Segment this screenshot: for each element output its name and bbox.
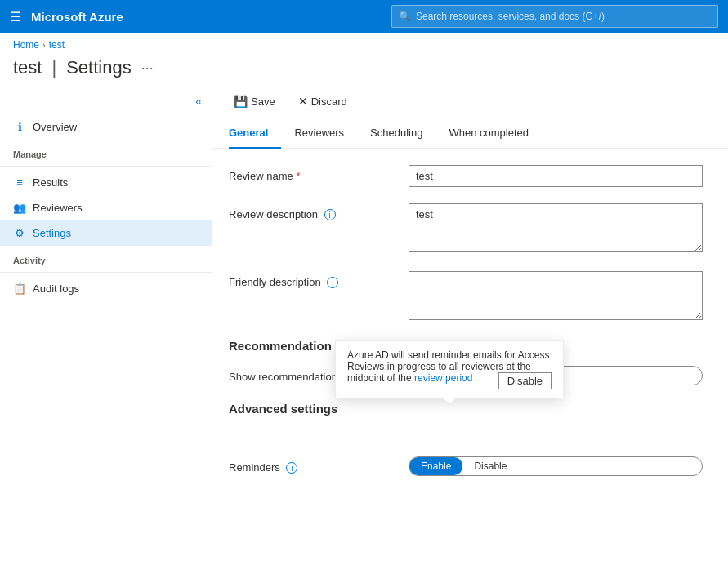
sidebar-section-activity: Activity [0,246,212,269]
friendly-description-input[interactable] [409,271,703,320]
breadcrumb-home[interactable]: Home [13,39,39,51]
reminders-section: Azure AD will send reminder emails for A… [229,456,712,476]
review-description-label: Review description i [229,203,392,220]
reminders-info-icon[interactable]: i [286,462,297,474]
friendly-description-info-icon[interactable]: i [327,277,338,288]
review-description-row: Review description i test [229,203,712,255]
discard-label: Discard [311,96,347,108]
save-button[interactable]: 💾 Save [229,91,280,111]
hamburger-menu-icon[interactable]: ☰ [10,9,21,24]
more-options-icon[interactable]: ··· [141,60,154,77]
breadcrumb: Home › test [0,33,728,54]
friendly-description-label: Friendly description i [229,271,392,288]
settings-gear-icon: ⚙ [13,227,26,239]
reminders-toggle: Enable Disable [409,456,703,476]
breadcrumb-current: test [49,39,65,51]
tooltip-link[interactable]: review period [414,372,472,384]
search-icon: 🔍 [399,11,411,22]
page-subtitle: Settings [66,57,132,78]
review-name-input[interactable] [409,165,703,187]
breadcrumb-separator-1: › [42,40,46,50]
reminders-label: Reminders i [229,456,392,474]
audit-logs-icon: 📋 [13,282,26,295]
friendly-description-input-wrapper [409,271,703,322]
collapse-icon[interactable]: « [195,95,202,108]
discard-button[interactable]: ✕ Discard [293,91,352,111]
review-name-row: Review name * [229,165,712,187]
settings-tabs: General Reviewers Scheduling When comple… [212,118,728,149]
tab-reviewers[interactable]: Reviewers [281,118,357,149]
page-title-separator: | [51,57,56,78]
page-title-resource: test [13,57,42,78]
main-panel: 💾 Save ✕ Discard General Reviewers Sched… [212,85,728,578]
discard-icon: ✕ [298,95,308,108]
topbar: ☰ Microsoft Azure 🔍 [0,0,728,33]
sidebar-item-reviewers[interactable]: 👥 Reviewers [0,195,212,220]
sidebar-settings-label: Settings [33,227,71,239]
review-name-label: Review name * [229,165,392,182]
results-icon: ≡ [13,176,26,189]
reminders-disable-btn[interactable]: Disable [462,457,518,475]
tab-scheduling[interactable]: Scheduling [357,118,435,149]
sidebar-item-audit-logs[interactable]: 📋 Audit logs [0,276,212,301]
tooltip-popup: Azure AD will send reminder emails for A… [335,340,564,398]
reminders-enable-btn[interactable]: Enable [409,457,462,475]
main-wrapper: Home › test test | Settings ··· « ℹ Over… [0,33,728,578]
sidebar-item-results[interactable]: ≡ Results [0,170,212,195]
sidebar-collapse-btn[interactable]: « [0,91,212,114]
sidebar-reviewers-label: Reviewers [33,202,83,214]
sidebar: « ℹ Overview Manage ≡ Results 👥 Reviewer… [0,85,212,578]
search-input[interactable] [416,11,711,22]
tab-general[interactable]: General [229,118,281,149]
required-indicator: * [296,170,300,182]
tooltip-disable-btn[interactable]: Disable [498,372,552,389]
sidebar-item-settings[interactable]: ⚙ Settings [0,220,212,246]
sidebar-overview-label: Overview [33,121,77,133]
review-name-input-wrapper [409,165,703,187]
reviewers-icon: 👥 [13,202,26,214]
sidebar-audit-logs-label: Audit logs [33,282,79,295]
sidebar-section-manage: Manage [0,140,212,162]
global-search-box[interactable]: 🔍 [391,5,718,28]
review-description-input-wrapper: test [409,203,703,255]
sidebar-divider-1 [0,166,212,167]
content-area: « ℹ Overview Manage ≡ Results 👥 Reviewer… [0,85,728,578]
tab-when-completed[interactable]: When completed [435,118,542,149]
sidebar-divider-2 [0,272,212,273]
review-description-input[interactable]: test [409,203,703,252]
friendly-description-row: Friendly description i [229,271,712,322]
app-title: Microsoft Azure [31,10,123,24]
reminders-toggle-wrapper: Enable Disable [409,456,703,476]
sidebar-results-label: Results [33,176,68,189]
save-label: Save [251,96,275,108]
save-icon: 💾 [234,95,248,108]
info-circle-icon: ℹ [13,121,26,133]
reminders-row: Reminders i Enable Disable [229,456,712,476]
review-description-info-icon[interactable]: i [324,209,336,220]
page-header: test | Settings ··· [0,54,728,85]
advanced-settings-heading: Advanced settings [229,402,712,416]
form-area: Review name * Review description i test [212,149,728,509]
sidebar-item-overview[interactable]: ℹ Overview [0,114,212,140]
toolbar: 💾 Save ✕ Discard [212,85,728,118]
